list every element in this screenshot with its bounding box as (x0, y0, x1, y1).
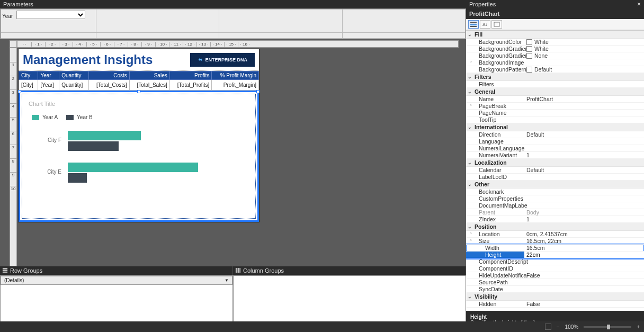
chart-plot-area[interactable]: City FCity E (32, 131, 251, 200)
svg-rect-9 (494, 22, 499, 26)
parameters-area: Year (0, 8, 466, 39)
prop-bookmark[interactable]: Bookmark (466, 189, 644, 195)
prop-language[interactable]: Language (466, 138, 644, 145)
svg-rect-6 (470, 22, 477, 23)
profit-chart-selected[interactable]: Chart Title Year A Year B City FCity E (19, 91, 259, 222)
prop-category-international[interactable]: ⌄International (466, 123, 644, 131)
prop-pagebreak[interactable]: ›PageBreak (466, 103, 644, 110)
property-pages-button[interactable] (491, 20, 502, 29)
prop-componentdescription[interactable]: ComponentDescript (466, 258, 644, 265)
prop-hideupdatenotifications[interactable]: HideUpdateNotificaFalse (466, 272, 644, 279)
row-groups-header: Row Groups (0, 266, 233, 275)
zoom-in-button[interactable]: + (637, 324, 640, 330)
prop-width[interactable]: Width16.5cm (466, 245, 644, 252)
properties-title: Properties (469, 1, 496, 7)
prop-hidden[interactable]: HiddenFalse (466, 301, 644, 308)
ruler-vertical: 12345678910 (10, 48, 17, 266)
properties-toolbar: A↓ (466, 19, 644, 30)
prop-labellocid[interactable]: LabelLocID (466, 174, 644, 181)
prop-documentmaplabel[interactable]: DocumentMapLabe (466, 202, 644, 209)
zoom-slider[interactable] (584, 326, 631, 328)
prop-backgroundgradientendcolor[interactable]: BackgroundGradierWhite (466, 46, 644, 52)
report-title[interactable]: Management Insights (23, 52, 153, 67)
properties-panel-header: Properties × (466, 0, 644, 8)
chevron-down-icon[interactable]: ▼ (225, 278, 229, 283)
report-table[interactable]: CityYearQuantityCostsSalesProfits% Profi… (19, 71, 259, 91)
prop-tooltip[interactable]: ToolTip (466, 116, 644, 123)
svg-rect-7 (470, 24, 477, 25)
properties-grid[interactable]: ⌄FillBackgroundColorWhiteBackgroundGradi… (466, 30, 644, 311)
svg-rect-4 (238, 267, 239, 272)
chart-legend[interactable]: Year A Year B (32, 114, 251, 120)
prop-syncdate[interactable]: SyncDate (466, 286, 644, 293)
prop-location[interactable]: ›Location0cm, 2.41537cm (466, 231, 644, 238)
alphabetical-view-button[interactable]: A↓ (480, 20, 490, 29)
svg-rect-5 (239, 267, 240, 272)
properties-selected-object[interactable]: ProfitChart (466, 8, 644, 19)
row-group-details[interactable]: (Details) ▼ (1, 276, 232, 285)
prop-category-visibility[interactable]: ⌄Visibility (466, 293, 644, 301)
report-canvas[interactable]: Management Insights ENTERPRISE DNA CityY… (18, 49, 260, 222)
prop-pagename[interactable]: PageName (466, 110, 644, 116)
param-year-select[interactable] (16, 11, 85, 19)
prop-customproperties[interactable]: CustomProperties (466, 195, 644, 202)
prop-category-fill[interactable]: ⌄Fill (466, 31, 644, 39)
prop-filters[interactable]: Filters (466, 81, 644, 88)
report-title-row: Management Insights ENTERPRISE DNA (19, 49, 259, 71)
svg-rect-1 (3, 270, 7, 271)
parameters-title: Parameters (3, 1, 33, 7)
prop-direction[interactable]: DirectionDefault (466, 131, 644, 138)
column-groups-header: Column Groups (233, 266, 466, 275)
prop-category-position[interactable]: ⌄Position (466, 223, 644, 231)
prop-sourcepath[interactable]: SourcePath (466, 279, 644, 286)
ruler-horizontal: · ·· 1 ·· 2 ·· 3 ·· 4 ·· 5 ·· 6 ·· 7 ·· … (17, 40, 459, 48)
prop-zindex[interactable]: ZIndex1 (466, 216, 644, 223)
svg-rect-0 (3, 267, 7, 269)
param-year-label: Year (2, 13, 13, 19)
prop-backgroundcolor[interactable]: BackgroundColorWhite (466, 39, 644, 46)
prop-size[interactable]: ›Size16.5cm, 22cm (466, 238, 644, 245)
prop-calendar[interactable]: CalendarDefault (466, 167, 644, 174)
column-groups-icon (235, 267, 241, 274)
prop-category-localization[interactable]: ⌄Localization (466, 159, 644, 167)
svg-rect-8 (470, 26, 477, 27)
prop-category-filters[interactable]: ⌄Filters (466, 73, 644, 81)
prop-parent[interactable]: ParentBody (466, 209, 644, 216)
chart-title-placeholder[interactable]: Chart Title (29, 101, 251, 107)
prop-category-other[interactable]: ⌄Other (466, 181, 644, 189)
prop-name[interactable]: NameProfitChart (466, 96, 644, 103)
parameters-panel-header: Parameters (0, 0, 466, 8)
svg-rect-2 (3, 272, 7, 273)
zoom-level[interactable]: 100% (565, 324, 579, 330)
zoom-out-button[interactable]: − (557, 324, 560, 330)
categorized-view-button[interactable] (468, 20, 479, 29)
prop-backgroundgradienttype[interactable]: BackgroundGradierNone (466, 52, 644, 59)
prop-height[interactable]: Height (466, 252, 644, 258)
prop-category-general[interactable]: ⌄General (466, 88, 644, 96)
svg-rect-3 (236, 267, 237, 272)
prop-numeralvariant[interactable]: NumeralVariant1 (466, 152, 644, 159)
prop-backgroundpattern[interactable]: BackgroundPatternDefault (466, 66, 644, 73)
status-bar: − 100% + (0, 321, 644, 332)
row-groups-icon (2, 267, 8, 274)
statusbar-icon[interactable] (545, 324, 551, 330)
close-icon[interactable]: × (637, 1, 641, 8)
prop-componentid[interactable]: ComponentID (466, 265, 644, 272)
report-designer-surface[interactable]: · ·· 1 ·· 2 ·· 3 ·· 4 ·· 5 ·· 6 ·· 7 ·· … (0, 39, 466, 266)
prop-numerallanguage[interactable]: NumeralLanguage (466, 145, 644, 152)
enterprise-dna-logo: ENTERPRISE DNA (190, 53, 255, 67)
prop-backgroundimage[interactable]: ›BackgroundImage (466, 59, 644, 66)
